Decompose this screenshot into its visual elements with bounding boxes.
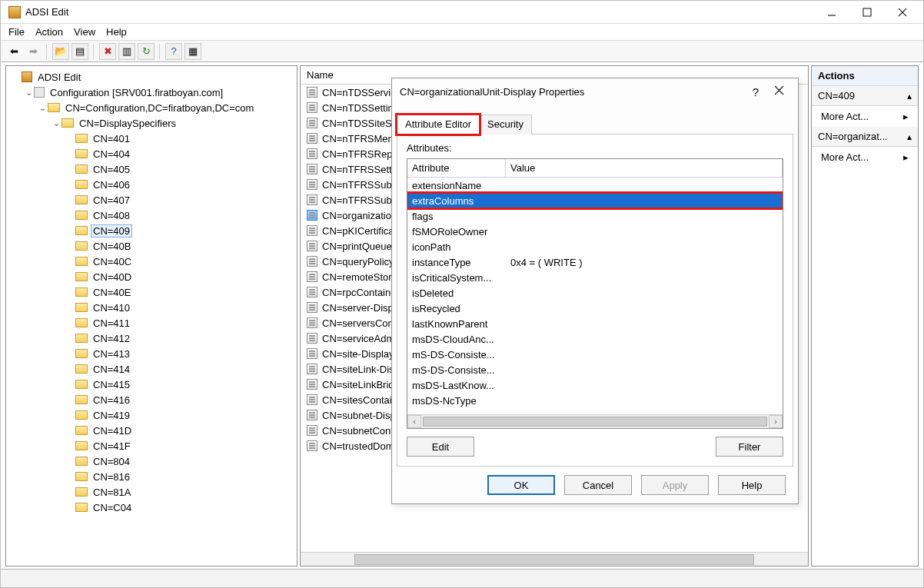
tree-node[interactable]: CN=404 [9,146,297,161]
tree-node[interactable]: CN=413 [9,346,297,361]
tree-node[interactable]: CN=414 [9,361,297,377]
tree-label: CN=408 [91,209,132,222]
tree-node[interactable]: CN=405 [9,161,297,177]
tree-node[interactable]: CN=409 [9,223,297,238]
attributes-listview[interactable]: Attribute Value extensionNameextraColumn… [407,158,783,429]
object-icon [307,440,317,451]
dialog-help-footer-button[interactable]: Help [718,475,786,495]
object-icon [307,379,317,390]
actions-more-2[interactable]: More Act... ▸ [812,147,918,168]
tree-node[interactable]: CN=419 [9,407,297,423]
attribute-row[interactable]: mS-DS-Consiste... [407,362,783,377]
tree-node[interactable]: CN=411 [9,315,297,331]
tree-label: CN=419 [91,409,132,422]
tab-security[interactable]: Security [479,115,532,135]
tree-node[interactable]: CN=408 [9,208,297,223]
tree-node[interactable]: CN=412 [9,331,297,346]
attribute-name: isDeleted [407,287,506,299]
menu-file[interactable]: File [8,26,25,38]
tree-node[interactable]: CN=401 [9,131,297,146]
tree-twister-icon[interactable]: ⌄ [23,88,34,98]
object-icon [307,364,317,374]
refresh-button[interactable]: ↻ [138,43,155,60]
attribute-row[interactable]: isCriticalSystem... [407,270,783,285]
properties-button[interactable]: ▥ [118,43,135,60]
tree-label: Configuration [SRV001.firatboyan.com] [48,86,225,99]
dialog-help-button[interactable]: ? [744,85,767,98]
tree-label: CN=40B [91,240,134,253]
nav-back-button[interactable]: ⬅ [5,43,22,60]
attribute-value: 0x4 = ( WRITE ) [506,257,783,268]
help-button[interactable]: ? [165,43,182,60]
tree-node[interactable]: CN=416 [9,392,297,407]
tree-node[interactable]: CN=804 [9,453,297,469]
show-tree-button[interactable]: ▤ [71,43,88,60]
close-button[interactable] [885,2,920,23]
cancel-button[interactable]: Cancel [564,475,632,495]
nav-forward-button[interactable]: ➡ [25,43,42,60]
tree-node[interactable]: CN=40B [9,238,297,254]
tree-node[interactable]: CN=415 [9,377,297,392]
object-icon [307,348,317,359]
attribute-row[interactable]: fSMORoleOwner [407,224,783,239]
attribute-row[interactable]: flags [407,208,783,224]
object-icon [307,256,317,267]
ok-button[interactable]: OK [487,475,555,495]
actions-section-cn409[interactable]: CN=409 ▴ [812,86,918,106]
tree-node[interactable]: CN=C04 [9,500,297,515]
filter-button[interactable]: Filter [716,437,783,457]
tree-label: CN=405 [91,163,132,176]
tree-node[interactable]: CN=40D [9,269,297,284]
tree-pane[interactable]: ADSI Edit⌄Configuration [SRV001.firatboy… [5,65,297,566]
tree-node[interactable]: ADSI Edit [9,69,297,85]
tree-node[interactable]: CN=410 [9,300,297,315]
actions-more-1[interactable]: More Act... ▸ [812,106,918,127]
attribute-row[interactable]: isDeleted [407,285,783,301]
delete-button[interactable]: ✖ [99,43,116,60]
tab-attribute-editor[interactable]: Attribute Editor [397,115,480,135]
tree-twister-icon[interactable]: ⌄ [51,118,61,128]
tree-node[interactable]: CN=41F [9,438,297,453]
minimize-button[interactable] [814,2,849,23]
up-folder-button[interactable]: 📂 [52,43,69,60]
object-icon [307,87,317,98]
attribute-row[interactable]: instanceType0x4 = ( WRITE ) [407,254,783,270]
edit-button[interactable]: Edit [407,437,474,457]
tree-node[interactable]: ⌄Configuration [SRV001.firatboyan.com] [9,85,297,100]
tree-node[interactable]: CN=406 [9,177,297,192]
folder-icon [75,395,88,404]
attribute-row[interactable]: msDS-CloudAnc... [407,331,783,347]
attribute-row[interactable]: lastKnownParent [407,316,783,331]
attribute-row[interactable]: isRecycled [407,301,783,316]
tree-node[interactable]: CN=40C [9,254,297,269]
attribute-row[interactable]: msDS-LastKnow... [407,377,783,393]
attribute-row[interactable]: mS-DS-Consiste... [407,347,783,362]
list-hscrollbar[interactable] [301,552,808,566]
apply-button: Apply [641,475,709,495]
tree-node[interactable]: CN=407 [9,192,297,208]
tree-twister-icon[interactable]: ⌄ [37,103,48,113]
attribute-row[interactable]: extensionName [407,178,783,193]
tree-node[interactable]: CN=41D [9,423,297,438]
tree-node[interactable]: ⌄CN=DisplaySpecifiers [9,115,297,131]
attribute-row[interactable]: extraColumns [407,193,783,208]
object-icon [307,241,317,251]
dialog-close-button[interactable] [767,85,790,98]
folder-icon [75,457,88,466]
actions-section-org[interactable]: CN=organizat... ▴ [812,127,918,147]
tree-node[interactable]: CN=81A [9,484,297,500]
menu-help[interactable]: Help [106,26,127,38]
col-attribute[interactable]: Attribute [407,159,506,177]
attribute-row[interactable]: msDS-NcType [407,393,783,408]
tree-node[interactable]: CN=816 [9,469,297,484]
tree-node[interactable]: CN=40E [9,284,297,300]
tree-node[interactable]: ⌄CN=Configuration,DC=firatboyan,DC=com [9,100,297,115]
maximize-button[interactable] [849,2,885,23]
menu-view[interactable]: View [74,26,95,38]
attr-hscrollbar[interactable]: ‹› [407,414,783,428]
tree-label: CN=416 [91,394,132,407]
col-value[interactable]: Value [506,159,783,177]
attribute-row[interactable]: iconPath [407,239,783,254]
view-columns-button[interactable]: ▦ [184,43,201,60]
menu-action[interactable]: Action [35,26,63,38]
